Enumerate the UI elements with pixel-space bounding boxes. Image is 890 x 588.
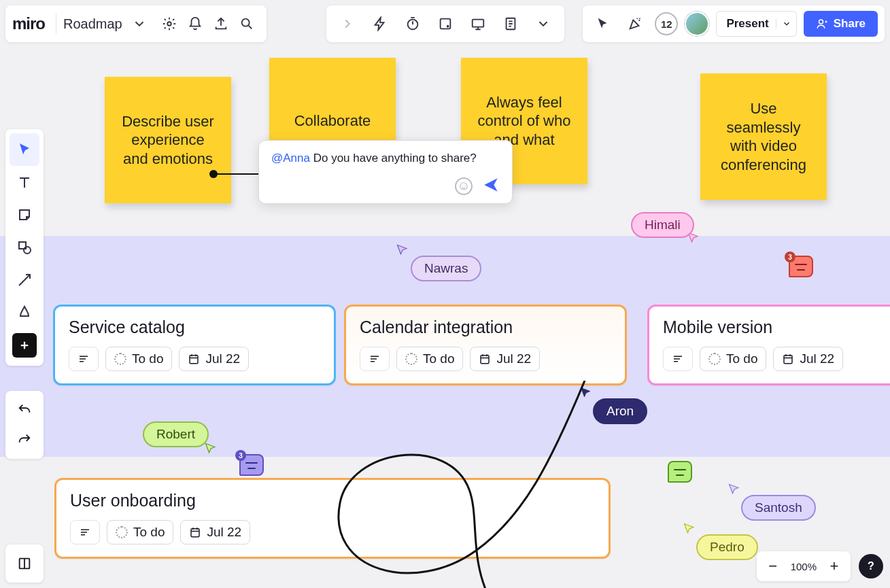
card-date[interactable]: Jul 22 <box>773 347 843 371</box>
zoom-in-button[interactable]: + <box>823 555 845 577</box>
bell-icon <box>188 16 203 31</box>
gear-icon <box>162 16 177 31</box>
remote-cursor-himali: Himali <box>687 231 700 247</box>
export-button[interactable] <box>208 11 234 37</box>
add-more-tool[interactable] <box>12 333 37 358</box>
help-button[interactable]: ? <box>859 554 883 578</box>
cursor-icon <box>204 442 218 455</box>
card-date[interactable]: Jul 22 <box>470 347 540 371</box>
sticky-note-icon <box>16 207 33 223</box>
task-card[interactable]: Service catalog To do Jul 22 <box>53 305 336 385</box>
cursor-name-tag: Aron <box>593 398 647 424</box>
frames-panel-button[interactable] <box>5 544 44 583</box>
calendar-icon <box>782 353 794 365</box>
board-menu-chevron[interactable] <box>126 11 152 37</box>
divider <box>56 14 56 34</box>
card-description-button[interactable] <box>70 520 100 544</box>
cursor-name-tag: Himali <box>631 212 694 238</box>
card-date[interactable]: Jul 22 <box>180 520 250 544</box>
reactions-button[interactable] <box>622 11 648 37</box>
redo-button[interactable] <box>10 425 39 455</box>
undo-button[interactable] <box>10 395 39 425</box>
voting-button[interactable] <box>434 11 457 37</box>
shapes-icon <box>16 239 33 256</box>
cursor-name-tag: Nawras <box>411 256 481 281</box>
status-circle-icon <box>708 353 721 365</box>
user-count[interactable]: 12 <box>655 12 678 35</box>
lines-icon <box>369 353 381 365</box>
status-circle-icon <box>116 526 128 538</box>
send-icon <box>482 176 500 194</box>
card-description-button[interactable] <box>663 347 693 371</box>
zoom-out-button[interactable]: − <box>762 555 784 577</box>
notes-icon <box>503 16 518 31</box>
card-status[interactable]: To do <box>105 347 172 371</box>
person-plus-icon <box>816 18 828 30</box>
chevron-down-icon <box>782 19 791 29</box>
present-chevron[interactable] <box>776 19 792 29</box>
top-left-bar: miro Roadmap <box>5 5 267 42</box>
search-button[interactable] <box>234 11 260 37</box>
cursor-name-tag: Robert <box>143 421 209 447</box>
card-date[interactable]: Jul 22 <box>179 347 249 371</box>
sticky-note[interactable]: Use seamlessly with video conferencing <box>700 73 827 200</box>
arrow-tool[interactable] <box>10 264 39 296</box>
svg-point-4 <box>446 25 449 28</box>
left-toolbar <box>5 129 44 366</box>
card-title: Calendar integration <box>360 317 611 337</box>
svg-rect-5 <box>472 20 483 27</box>
send-button[interactable] <box>482 176 500 196</box>
notifications-button[interactable] <box>182 11 208 37</box>
pen-tool[interactable] <box>10 296 39 329</box>
shape-tool[interactable] <box>10 231 39 264</box>
svg-rect-19 <box>191 529 199 537</box>
notes-button[interactable] <box>499 11 522 37</box>
card-status[interactable]: To do <box>396 347 463 371</box>
confetti-icon <box>628 16 643 31</box>
timer-icon <box>405 16 420 31</box>
present-button[interactable]: Present <box>716 11 796 37</box>
presentation-button[interactable] <box>466 11 490 37</box>
expand-button[interactable] <box>336 11 359 37</box>
card-description-button[interactable] <box>360 347 390 371</box>
comment-thread-icon[interactable]: 3 <box>239 454 264 476</box>
cursor-icon <box>728 483 741 496</box>
cursor-icon <box>16 141 33 158</box>
share-button[interactable]: Share <box>804 11 878 37</box>
lightning-button[interactable] <box>369 11 392 37</box>
comment-thread-icon[interactable] <box>668 461 692 483</box>
card-status[interactable]: To do <box>107 520 173 544</box>
task-card[interactable]: Mobile version To do Jul 22 <box>647 305 890 385</box>
avatar[interactable] <box>685 12 709 36</box>
card-status[interactable]: To do <box>700 347 766 371</box>
svg-point-7 <box>819 20 823 24</box>
comment-text: @Anna Do you have anything to share? <box>271 152 500 165</box>
sticky-text: Use seamlessly with video conferencing <box>713 99 815 174</box>
board-name[interactable]: Roadmap <box>63 16 122 32</box>
lightning-icon <box>373 16 388 31</box>
comment-popup[interactable]: @Anna Do you have anything to share? <box>258 140 513 204</box>
share-label: Share <box>834 17 866 31</box>
cursor-icon <box>396 243 409 257</box>
chevron-down-icon <box>536 16 551 31</box>
sticky-note[interactable]: Describe user experience and emotions <box>105 77 231 203</box>
remote-cursor-aron: Aron <box>579 386 593 402</box>
sticky-tool[interactable] <box>10 198 39 231</box>
text-icon <box>16 174 33 190</box>
more-apps-button[interactable] <box>532 11 555 37</box>
remote-cursor-nawras: Nawras <box>396 243 409 260</box>
task-card[interactable]: Calendar integration To do Jul 22 <box>344 305 627 385</box>
zoom-level[interactable]: 100% <box>787 561 821 572</box>
cursor-name-tag: Pedro <box>696 534 758 560</box>
select-tool[interactable] <box>10 133 39 166</box>
timer-button[interactable] <box>401 11 424 37</box>
cursor-name-tag: Santosh <box>741 495 816 521</box>
calendar-icon <box>189 526 201 538</box>
emoji-button[interactable] <box>455 177 473 195</box>
cursor-mode-button[interactable] <box>589 11 615 37</box>
comment-thread-icon[interactable]: 3 <box>789 256 813 277</box>
text-tool[interactable] <box>10 166 39 198</box>
card-description-button[interactable] <box>69 347 99 371</box>
settings-button[interactable] <box>156 11 182 37</box>
task-card[interactable]: User onboarding To do Jul 22 <box>54 478 611 559</box>
